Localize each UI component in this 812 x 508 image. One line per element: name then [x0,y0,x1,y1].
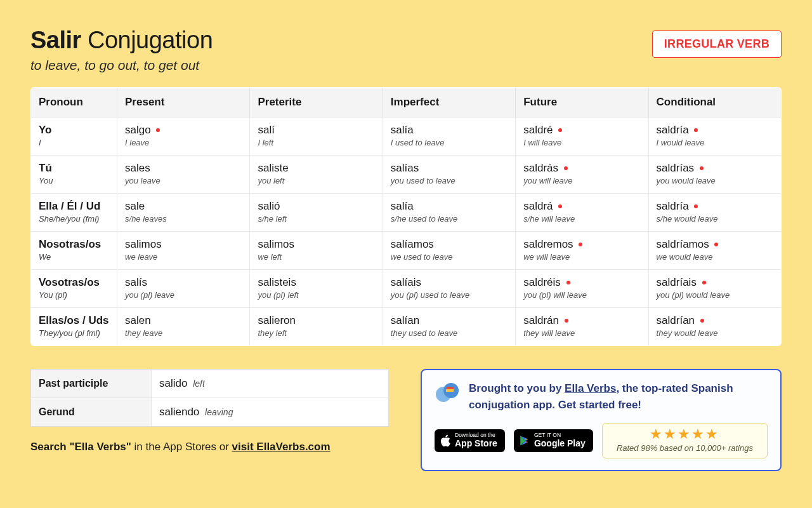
conjugation-cell: saldremos we will leave [516,232,648,270]
pronoun-cell: TúYou [31,156,117,194]
irregular-verb-badge: IRREGULAR VERB [652,30,782,58]
conjugation-cell: sales you leave [117,156,250,194]
conjugation-cell: salimos we left [250,232,383,270]
conjugation-cell: salimos we leave [117,232,250,270]
irregular-dot-icon [156,128,160,132]
irregular-dot-icon [564,166,568,170]
conjugation-cell: salís you (pl) leave [117,270,250,308]
rating-box: ★★★★★ Rated 98% based on 10,000+ ratings [602,423,768,458]
participle-value: salido left [152,370,389,398]
page-title: Salir Conjugation [30,27,213,54]
conjugation-cell: sale s/he leaves [117,194,250,232]
pronoun-cell: Nosotras/osWe [31,232,117,270]
play-icon [519,435,530,446]
column-header: Present [117,88,250,117]
conjugation-cell: saldrán they will leave [516,308,648,346]
pronoun-cell: Ellas/os / UdsThey/you (pl fml) [31,308,117,346]
conjugation-cell: saldrá s/he will leave [516,194,648,232]
conjugation-cell: saliste you left [250,156,383,194]
participle-label: Past participle [31,370,152,398]
conjugation-cell: saldrás you will leave [516,156,648,194]
participle-label: Gerund [31,398,152,427]
irregular-dot-icon [579,243,582,246]
column-header: Conditional [648,88,781,117]
verb-name: Salir [30,27,81,53]
conjugation-cell: saldrían they would leave [648,308,781,346]
conjugation-cell: saldría I would leave [648,117,781,156]
participle-row: Past participlesalido left [31,370,389,398]
promo-text: Brought to you by Ella Verbs, the top-ra… [469,380,768,413]
irregular-dot-icon [558,204,562,208]
visit-link[interactable]: visit EllaVerbs.com [232,441,331,453]
irregular-dot-icon [566,281,570,284]
conjugation-cell: salíamos we used to leave [383,232,515,270]
table-row: YoIsalgo I leavesalí I leftsalía I used … [31,117,782,156]
apple-icon [440,434,451,447]
conjugation-cell: saldré I will leave [516,117,648,156]
pronoun-cell: Ella / Él / UdShe/he/you (fml) [31,194,117,232]
brand-link[interactable]: Ella Verbs [565,382,616,394]
conjugation-table: PronounPresentPreteriteImperfectFutureCo… [30,87,782,346]
conjugation-cell: salió s/he left [250,194,383,232]
conjugation-cell: salieron they left [250,308,383,346]
search-hint: Search "Ella Verbs" in the App Stores or… [30,441,389,453]
conjugation-cell: salí I left [250,117,383,156]
participle-row: Gerundsaliendo leaving [31,398,389,427]
column-header: Future [516,88,648,117]
conjugation-cell: salía I used to leave [383,117,515,156]
irregular-dot-icon [565,319,568,323]
irregular-dot-icon [702,281,706,284]
conjugation-cell: saldríamos we would leave [648,232,781,270]
conjugation-cell: salen they leave [117,308,250,346]
google-play-badge[interactable]: GET IT ON Google Play [514,429,593,452]
conjugation-cell: saldría s/he would leave [648,194,781,232]
svg-rect-3 [446,389,454,392]
column-header: Preterite [250,88,383,117]
verb-meaning: to leave, to go out, to get out [30,58,213,73]
conjugation-cell: salgo I leave [117,117,250,156]
irregular-dot-icon [700,166,704,170]
irregular-dot-icon [558,128,562,132]
irregular-dot-icon [700,319,704,323]
participle-value: saliendo leaving [152,398,389,427]
irregular-dot-icon [694,128,698,132]
irregular-dot-icon [714,243,718,246]
star-icons: ★★★★★ [612,427,758,441]
irregular-dot-icon [694,204,698,208]
app-store-badge[interactable]: Download on the App Store [435,429,505,452]
conjugation-cell: salisteis you (pl) left [250,270,383,308]
conjugation-cell: saldrías you would leave [648,156,781,194]
conjugation-cell: saldréis you (pl) will leave [516,270,648,308]
table-row: Ellas/os / UdsThey/you (pl fml)salen the… [31,308,782,346]
table-row: Ella / Él / UdShe/he/you (fml)sale s/he … [31,194,782,232]
column-header: Imperfect [383,88,515,117]
pronoun-cell: YoI [31,117,117,156]
app-logo-icon [435,380,460,406]
participles-table: Past participlesalido leftGerundsaliendo… [30,369,389,427]
rating-text: Rated 98% based on 10,000+ ratings [612,443,758,453]
conjugation-cell: salía s/he used to leave [383,194,515,232]
conjugation-cell: saldríais you (pl) would leave [648,270,781,308]
conjugation-cell: salías you used to leave [383,156,515,194]
conjugation-cell: salíais you (pl) used to leave [383,270,515,308]
table-row: Vosotras/osYou (pl)salís you (pl) leaves… [31,270,782,308]
conjugation-cell: salían they used to leave [383,308,515,346]
column-header: Pronoun [31,88,117,117]
title-suffix: Conjugation [88,27,213,53]
promo-box: Brought to you by Ella Verbs, the top-ra… [421,369,782,471]
table-row: Nosotras/osWesalimos we leavesalimos we … [31,232,782,270]
pronoun-cell: Vosotras/osYou (pl) [31,270,117,308]
table-row: TúYousales you leavesaliste you leftsalí… [31,156,782,194]
